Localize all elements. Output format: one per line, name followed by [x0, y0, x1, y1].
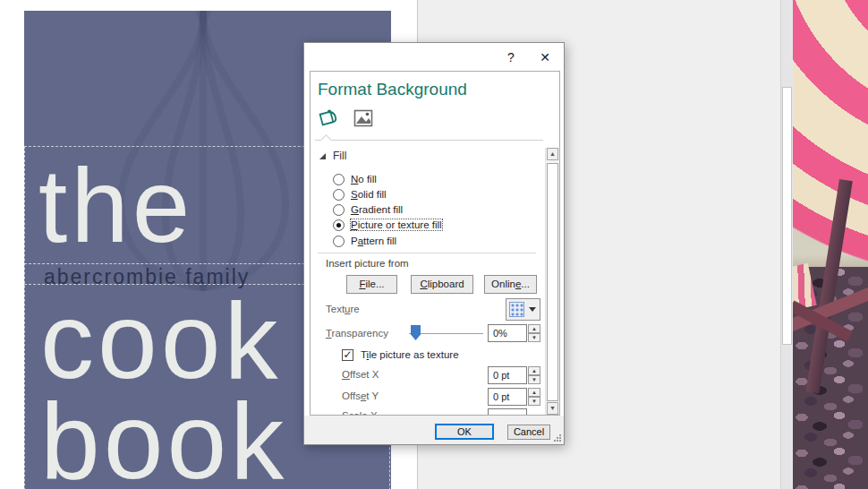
format-background-pane: Format Background — [310, 71, 560, 416]
transparency-slider-handle[interactable] — [411, 325, 421, 340]
tile-picture-checkbox[interactable]: ✓ — [342, 349, 353, 361]
close-icon[interactable]: ✕ — [535, 48, 555, 66]
insert-picture-from-label: Insert picture from — [326, 258, 409, 269]
offset-x-input[interactable]: 0 pt — [488, 366, 527, 384]
online-button[interactable]: Online... — [484, 275, 537, 294]
picture-icon[interactable] — [353, 108, 374, 128]
radio-circle[interactable] — [333, 174, 345, 185]
transparency-label: Transparency — [326, 328, 388, 339]
slide-title-line2: cook — [40, 287, 281, 394]
active-tab-caret — [320, 134, 332, 146]
spin-up-icon[interactable]: ▲ — [528, 366, 540, 375]
scroll-up-icon[interactable]: ▲ — [547, 148, 558, 160]
spin-up-icon[interactable]: ▲ — [528, 324, 540, 333]
transparency-spinner[interactable]: ▲ ▼ — [528, 324, 540, 342]
chevron-down-icon — [529, 307, 536, 312]
help-button[interactable]: ? — [501, 48, 521, 66]
file-button[interactable]: File... — [346, 275, 397, 294]
fill-bucket-icon[interactable] — [319, 108, 340, 128]
offset-x-label: Offset X — [342, 369, 379, 380]
radio-circle-selected[interactable] — [333, 219, 345, 231]
radio-circle[interactable] — [333, 189, 345, 201]
spin-down-icon[interactable]: ▼ — [528, 333, 540, 342]
beach-chair-photo — [793, 0, 868, 489]
collapse-triangle-icon — [319, 153, 326, 159]
cancel-button[interactable]: Cancel — [507, 425, 550, 440]
offset-y-input[interactable]: 0 pt — [488, 388, 527, 406]
radio-circle[interactable] — [333, 204, 345, 216]
texture-dropdown[interactable] — [506, 298, 540, 321]
texture-label: Texture — [326, 304, 360, 314]
tile-picture-label: Tile picture as texture — [361, 349, 459, 360]
section-separator — [318, 253, 536, 253]
pane-title: Format Background — [318, 80, 467, 99]
tab-divider — [315, 140, 543, 141]
radio-circle[interactable] — [333, 236, 345, 247]
offset-x-spinner[interactable]: ▲ ▼ — [528, 366, 540, 384]
resize-grip[interactable] — [554, 434, 561, 442]
offset-y-spinner[interactable]: ▲ ▼ — [528, 388, 540, 406]
format-background-dialog: ? ✕ Format Background — [303, 42, 565, 445]
scroll-down-icon[interactable]: ▼ — [547, 402, 558, 415]
page-scrollbar[interactable] — [780, 0, 793, 489]
offset-y-label: Offset Y — [342, 390, 379, 401]
scale-x-input-partial[interactable] — [488, 408, 527, 416]
spin-up-icon[interactable]: ▲ — [528, 388, 540, 397]
slide-title-line1: the — [38, 154, 193, 258]
texture-preview-icon — [509, 302, 524, 317]
transparency-input[interactable]: 0% — [488, 324, 527, 342]
scale-x-label-partial: Scale X — [342, 410, 378, 416]
pane-scrollbar-thumb[interactable] — [547, 163, 558, 401]
spin-down-icon[interactable]: ▼ — [528, 375, 540, 384]
fill-section-header[interactable]: Fill — [319, 150, 346, 162]
clipboard-button[interactable]: Clipboard — [411, 275, 473, 294]
page-scrollbar-thumb[interactable] — [782, 87, 792, 345]
slide-title-line3: book — [40, 387, 287, 489]
spin-down-icon[interactable]: ▼ — [528, 397, 540, 406]
ok-button[interactable]: OK — [435, 424, 494, 440]
pane-scrollbar[interactable]: ▲ ▼ — [545, 148, 559, 415]
